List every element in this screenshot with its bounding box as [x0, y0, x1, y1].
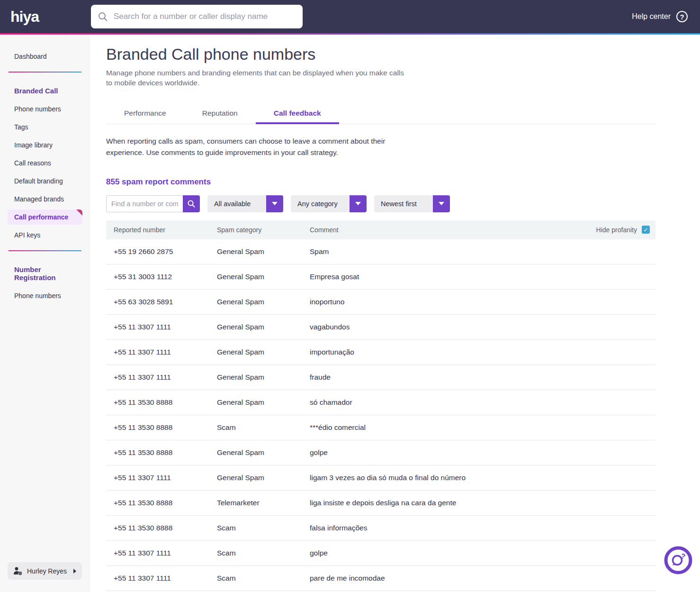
help-icon: ? [676, 11, 688, 22]
cell-category: Scam [217, 423, 310, 432]
active-corner-fold [76, 209, 82, 216]
user-name: Hurley Reyes [27, 567, 67, 575]
comments-table: Reported number Spam category Comment Hi… [106, 220, 655, 591]
help-chat-button[interactable]: ? [664, 546, 692, 574]
cell-comment: golpe [310, 549, 655, 557]
chevron-down-icon [355, 202, 361, 205]
table-row: +55 11 3307 1111General Spamvagabundos [106, 315, 655, 340]
sidebar-item-managed-brands[interactable]: Managed brands [8, 191, 82, 207]
cell-comment: só chamador [310, 398, 655, 407]
page-title: Branded Call phone numbers [106, 45, 655, 64]
help-center-link[interactable]: Help center ? [632, 11, 688, 22]
cell-number: +55 11 3530 8888 [114, 524, 217, 532]
help-center-label: Help center [632, 12, 671, 21]
tab-reputation[interactable]: Reputation [184, 105, 256, 124]
cell-category: General Spam [217, 398, 310, 407]
cell-number: +55 11 3307 1111 [114, 373, 217, 382]
cell-number: +55 11 3530 8888 [114, 448, 217, 457]
hide-profanity-checkbox[interactable]: ✓ [642, 226, 650, 234]
sidebar-item-phone-numbers[interactable]: Phone numbers [8, 288, 82, 303]
sidebar-item-call-performance[interactable]: Call performance [8, 209, 82, 225]
sidebar-item-dashboard[interactable]: Dashboard [8, 49, 82, 64]
global-search[interactable] [91, 5, 303, 28]
sidebar-item-phone-numbers[interactable]: Phone numbers [8, 101, 82, 117]
tab-performance[interactable]: Performance [106, 105, 184, 124]
find-button[interactable] [183, 195, 200, 212]
sidebar-item-tags[interactable]: Tags [8, 119, 82, 135]
availability-filter-button[interactable] [266, 195, 283, 212]
cell-category: General Spam [217, 323, 310, 331]
cell-category: General Spam [217, 348, 310, 356]
cell-number: +55 11 3530 8888 [114, 499, 217, 507]
table-row: +55 11 3307 1111General Spamfraude [106, 365, 655, 390]
comments-count-heading: 855 spam report comments [106, 177, 655, 187]
global-search-input[interactable] [114, 12, 296, 21]
table-row: +55 11 3530 8888General Spamgolpe [106, 440, 655, 465]
cell-comment: ligam 3 vezes ao dia só muda o final do … [310, 474, 655, 482]
cell-comment: inoportuno [310, 298, 655, 306]
user-menu[interactable]: Hurley Reyes [8, 562, 82, 580]
hide-profanity-toggle[interactable]: Hide profanity ✓ [596, 226, 650, 234]
cell-number: +55 11 3307 1111 [114, 549, 217, 557]
sidebar-divider [9, 250, 81, 251]
column-reported-number: Reported number [114, 226, 217, 234]
sidebar-item-call-reasons[interactable]: Call reasons [8, 155, 82, 171]
table-row: +55 31 3003 1112General SpamEmpresa gosa… [106, 264, 655, 290]
cell-category: General Spam [217, 448, 310, 457]
cell-category: Scam [217, 574, 310, 583]
sort-filter-button[interactable] [433, 195, 450, 212]
search-icon [187, 200, 196, 208]
sidebar-item-default-branding[interactable]: Default branding [8, 173, 82, 189]
cell-comment: pare de me incomodae [310, 574, 655, 583]
cell-category: General Spam [217, 298, 310, 306]
cell-number: +55 11 3307 1111 [114, 574, 217, 583]
column-comment: Comment [310, 226, 596, 234]
app-header: hiya Help center ? [0, 0, 700, 33]
sidebar: Dashboard Branded CallPhone numbersTagsI… [0, 35, 90, 592]
cell-comment: falsa informações [310, 524, 655, 532]
table-row: +55 11 3307 1111Scamgolpe [106, 541, 655, 566]
search-icon [98, 11, 108, 22]
chat-help-icon: ? [664, 546, 692, 574]
cell-comment: fraude [310, 373, 655, 382]
cell-category: General Spam [217, 273, 310, 281]
cell-number: +55 11 3307 1111 [114, 348, 217, 356]
chevron-down-icon [272, 202, 278, 205]
table-row: +55 11 3307 1111Scampare de me incomodae [106, 566, 655, 591]
comment-search-input[interactable] [106, 195, 183, 212]
table-row: +55 11 3307 1111General Spamimportunação [106, 340, 655, 365]
sidebar-item-api-keys[interactable]: API keys [8, 228, 82, 243]
table-row: +55 11 3530 8888Scam***édio comercial [106, 415, 655, 440]
chevron-down-icon [439, 202, 444, 205]
sidebar-section-number-registration: Number Registration [8, 262, 82, 285]
cell-comment: importunação [310, 348, 655, 356]
cell-number: +55 31 3003 1112 [114, 273, 217, 281]
table-row: +55 11 3530 8888Telemarketerliga insiste… [106, 491, 655, 516]
hiya-logo[interactable]: hiya [10, 8, 91, 26]
category-filter-button[interactable] [350, 195, 367, 212]
category-filter-value[interactable]: Any category [291, 195, 350, 212]
feedback-description: When reporting calls as spam, consumers … [106, 136, 409, 158]
cell-comment: ***édio comercial [310, 423, 655, 432]
cell-category: General Spam [217, 373, 310, 382]
availability-filter-value[interactable]: All available [207, 195, 266, 212]
chevron-right-icon [73, 569, 76, 574]
main-content: Branded Call phone numbers Manage phone … [90, 35, 700, 592]
table-row: +55 11 3530 8888General Spamsó chamador [106, 390, 655, 415]
sort-filter: Newest first [374, 195, 450, 212]
cell-category: General Spam [217, 474, 310, 482]
sidebar-item-image-library[interactable]: Image library [8, 137, 82, 153]
sort-filter-value[interactable]: Newest first [374, 195, 433, 212]
cell-comment: Spam [310, 247, 655, 256]
comment-search [106, 195, 200, 212]
cell-comment: Empresa gosat [310, 273, 655, 281]
column-spam-category: Spam category [217, 226, 310, 234]
cell-number: +55 11 3307 1111 [114, 474, 217, 482]
user-settings-icon [13, 566, 23, 575]
cell-category: Scam [217, 524, 310, 532]
table-row: +55 63 3028 5891General Spaminoportuno [106, 290, 655, 315]
hide-profanity-label: Hide profanity [596, 226, 637, 234]
category-filter: Any category [291, 195, 367, 212]
tab-call-feedback[interactable]: Call feedback [256, 105, 339, 124]
cell-category: General Spam [217, 247, 310, 256]
